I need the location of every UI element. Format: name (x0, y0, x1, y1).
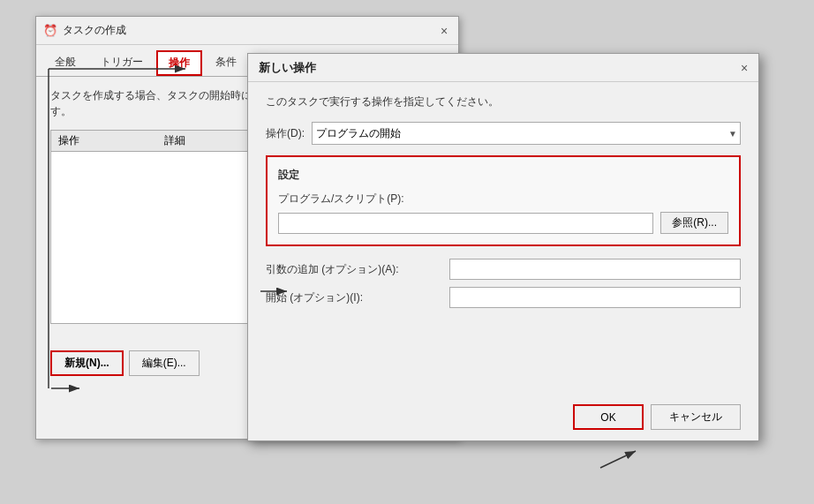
edit-action-button[interactable]: 編集(E)... (129, 350, 200, 376)
col-action-header: 操作 (58, 133, 164, 148)
new-action-button[interactable]: 新規(N)... (50, 350, 124, 376)
fg-dialog: 新しい操作 × このタスクで実行する操作を指定してください。 操作(D): プロ… (247, 53, 759, 441)
dialog-title: 新しい操作 (259, 60, 316, 76)
cancel-button[interactable]: キャンセル (651, 404, 741, 430)
bg-window-titlebar: ⏰ タスクの作成 × (36, 17, 458, 45)
dialog-body: このタスクで実行する操作を指定してください。 操作(D): プログラムの開始 ▼… (248, 82, 758, 327)
dialog-description: このタスクで実行する操作を指定してください。 (266, 94, 741, 109)
args-input[interactable] (449, 259, 741, 280)
start-field-row: 開始 (オプション)(I): (266, 287, 741, 308)
action-field-label: 操作(D): (266, 126, 305, 141)
settings-title: 設定 (278, 168, 728, 183)
dialog-footer: OK キャンセル (555, 394, 758, 440)
clock-icon: ⏰ (43, 24, 57, 38)
tab-action[interactable]: 操作 (156, 50, 202, 76)
bg-window-title: タスクの作成 (63, 23, 126, 38)
start-label: 開始 (オプション)(I): (266, 290, 442, 305)
program-input[interactable] (278, 213, 653, 234)
bg-window-close-button[interactable]: × (433, 20, 455, 41)
dialog-close-button[interactable]: × (734, 57, 755, 79)
tab-trigger[interactable]: トリガー (89, 50, 155, 76)
tab-condition[interactable]: 条件 (204, 50, 248, 76)
args-label: 引数の追加 (オプション)(A): (266, 262, 442, 277)
settings-box: 設定 プログラム/スクリプト(P): 参照(R)... (266, 155, 741, 246)
ok-button[interactable]: OK (573, 404, 644, 430)
tab-general[interactable]: 全般 (43, 50, 87, 76)
svg-line-6 (600, 451, 636, 468)
action-field-row: 操作(D): プログラムの開始 ▼ (266, 122, 741, 145)
args-field-row: 引数の追加 (オプション)(A): (266, 259, 741, 280)
action-select-wrapper: プログラムの開始 ▼ (312, 122, 741, 145)
program-input-row: 参照(R)... (278, 212, 728, 234)
browse-button[interactable]: 参照(R)... (660, 212, 728, 234)
action-select[interactable]: プログラムの開始 (312, 122, 741, 145)
dialog-titlebar: 新しい操作 × (248, 54, 758, 82)
start-input[interactable] (449, 287, 741, 308)
program-label: プログラム/スクリプト(P): (278, 192, 728, 207)
